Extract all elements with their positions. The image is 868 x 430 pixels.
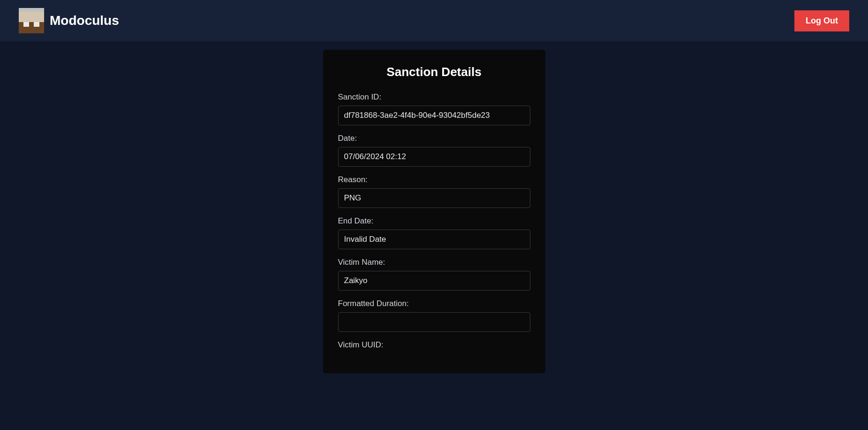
date-label: Date:	[338, 134, 530, 143]
main-content: Sanction Details Sanction ID: Date: Reas…	[0, 41, 868, 373]
sanction-id-label: Sanction ID:	[338, 92, 530, 102]
logout-button[interactable]: Log Out	[794, 10, 849, 31]
brand-container[interactable]: Modoculus	[19, 8, 119, 33]
victim-uuid-label: Victim UUID:	[338, 340, 530, 350]
date-group: Date:	[338, 134, 530, 167]
victim-name-group: Victim Name:	[338, 258, 530, 291]
brand-name: Modoculus	[50, 13, 119, 28]
card-title: Sanction Details	[338, 65, 530, 79]
reason-label: Reason:	[338, 175, 530, 184]
date-input[interactable]	[338, 147, 530, 167]
formatted-duration-input[interactable]	[338, 312, 530, 332]
sanction-details-card: Sanction Details Sanction ID: Date: Reas…	[323, 50, 545, 373]
brand-logo-icon	[19, 8, 44, 33]
end-date-input[interactable]	[338, 230, 530, 249]
sanction-id-input[interactable]	[338, 106, 530, 125]
end-date-label: End Date:	[338, 216, 530, 226]
victim-uuid-group: Victim UUID:	[338, 340, 530, 350]
victim-name-input[interactable]	[338, 271, 530, 291]
victim-name-label: Victim Name:	[338, 258, 530, 267]
formatted-duration-label: Formatted Duration:	[338, 299, 530, 308]
app-header: Modoculus Log Out	[0, 0, 868, 41]
reason-input[interactable]	[338, 188, 530, 208]
formatted-duration-group: Formatted Duration:	[338, 299, 530, 332]
end-date-group: End Date:	[338, 216, 530, 249]
reason-group: Reason:	[338, 175, 530, 208]
sanction-id-group: Sanction ID:	[338, 92, 530, 125]
